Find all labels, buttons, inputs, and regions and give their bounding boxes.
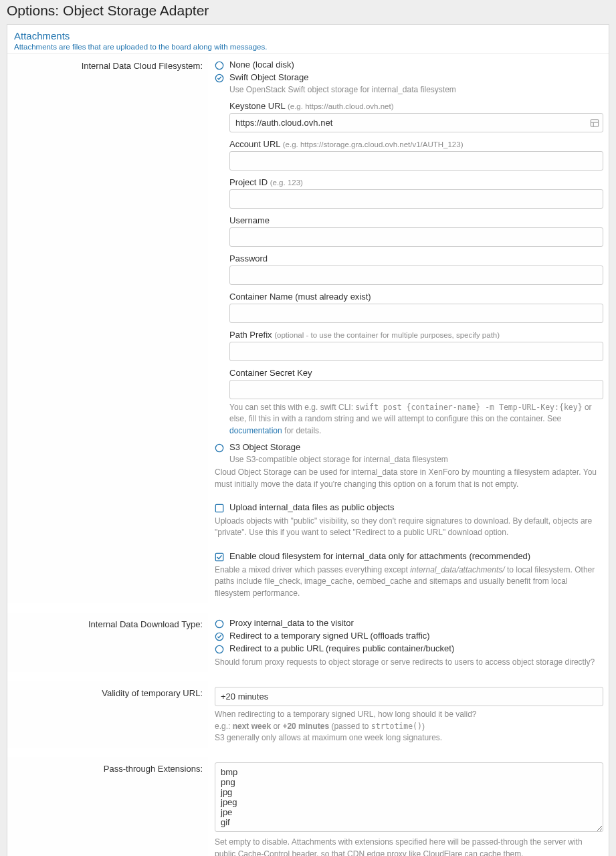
download-type-explain: Should forum proxy requests to object st… [215, 657, 603, 668]
secret-explain: You can set this with e.g. swift CLI: sw… [229, 402, 603, 437]
radio-swift[interactable]: Swift Object Storage [215, 72, 603, 83]
radio-checked-icon [215, 632, 224, 641]
attachments-sub: Attachments are files that are uploaded … [14, 43, 602, 51]
validity-explain: When redirecting to a temporary signed U… [215, 709, 603, 744]
radio-s3-label: S3 Object Storage [229, 442, 300, 452]
container-input[interactable] [229, 304, 603, 323]
passthrough-input[interactable]: bmp png jpg jpeg jpe gif [215, 762, 603, 832]
attach-only-explain: Enable a mixed driver which passes every… [215, 564, 603, 599]
radio-swift-label: Swift Object Storage [229, 72, 309, 82]
check-attach-only[interactable]: Enable cloud filesystem for internal_dat… [215, 551, 603, 562]
container-label: Container Name (must already exist) [229, 292, 603, 302]
radio-none-label: None (local disk) [229, 60, 294, 70]
radio-proxy[interactable]: Proxy internal_data to the visitor [215, 618, 603, 629]
row-download-type: Internal Data Download Type: Proxy inter… [7, 613, 609, 672]
radio-unchecked-icon [215, 443, 224, 453]
radio-none[interactable]: None (local disk) [215, 60, 603, 70]
radio-checked-icon [215, 74, 224, 83]
secret-label: Container Secret Key [229, 368, 603, 378]
prefix-input[interactable] [229, 342, 603, 361]
s3-hint: Use S3-compatible object storage for int… [229, 455, 603, 464]
validity-input[interactable] [215, 687, 603, 706]
svg-rect-6 [215, 504, 223, 512]
keystone-label: Keystone URL (e.g. https://auth.cloud.ov… [229, 101, 603, 111]
attachments-panel: Attachments Attachments are files that a… [7, 24, 609, 856]
radio-temp-url-label: Redirect to a temporary signed URL (offl… [229, 631, 430, 641]
radio-public-url[interactable]: Redirect to a public URL (requires publi… [215, 643, 603, 654]
accounturl-input[interactable] [229, 151, 603, 171]
username-input[interactable] [229, 227, 603, 247]
checkbox-checked-icon [215, 552, 224, 562]
svg-rect-7 [215, 553, 223, 560]
checkbox-unchecked-icon [215, 504, 224, 513]
public-objects-label: Upload internal_data files as public obj… [229, 502, 394, 512]
password-label: Password [229, 253, 603, 263]
radio-proxy-label: Proxy internal_data to the visitor [229, 618, 354, 628]
row-filesystem: Internal Data Cloud Filesystem: None (lo… [7, 54, 609, 603]
check-public-objects[interactable]: Upload internal_data files as public obj… [215, 502, 603, 513]
keystone-input[interactable] [229, 113, 603, 132]
public-objects-explain: Uploads objects with "public" visibility… [215, 516, 603, 539]
page-title: Options: Object Storage Adapter [0, 0, 616, 24]
projectid-input[interactable] [229, 189, 603, 209]
svg-point-8 [215, 620, 223, 627]
svg-point-5 [215, 444, 223, 451]
accounturl-label: Account URL (e.g. https://storage.gra.cl… [229, 139, 603, 149]
radio-s3[interactable]: S3 Object Storage [215, 442, 603, 453]
row-validity: Validity of temporary URL: When redirect… [7, 681, 609, 748]
svg-point-10 [215, 645, 223, 653]
row-passthrough: Pass-through Extensions: bmp png jpg jpe… [7, 757, 609, 856]
secret-input[interactable] [229, 380, 603, 399]
projectid-label: Project ID (e.g. 123) [229, 177, 603, 187]
radio-unchecked-icon [215, 645, 224, 654]
label-download-type: Internal Data Download Type: [7, 613, 208, 672]
username-label: Username [229, 215, 603, 225]
fs-explain: Cloud Object Storage can be used for int… [215, 467, 603, 490]
passthrough-explain: Set empty to disable. Attachments with e… [215, 837, 603, 856]
panel-header: Attachments Attachments are files that a… [7, 25, 609, 54]
documentation-link[interactable]: documentation [229, 426, 282, 435]
prefix-label: Path Prefix (optional - to use the conta… [229, 330, 603, 340]
radio-unchecked-icon [215, 61, 224, 70]
svg-point-0 [215, 62, 223, 69]
attachments-link[interactable]: Attachments [14, 30, 70, 41]
radio-public-url-label: Redirect to a public URL (requires publi… [229, 643, 454, 653]
label-filesystem: Internal Data Cloud Filesystem: [7, 54, 208, 603]
label-validity: Validity of temporary URL: [7, 681, 208, 748]
radio-temp-url[interactable]: Redirect to a temporary signed URL (offl… [215, 631, 603, 641]
radio-unchecked-icon [215, 619, 224, 629]
swift-hint: Use OpenStack Swift object storage for i… [229, 85, 603, 94]
attach-only-label: Enable cloud filesystem for internal_dat… [229, 551, 530, 561]
password-input[interactable] [229, 265, 603, 285]
label-passthrough: Pass-through Extensions: [7, 757, 208, 856]
